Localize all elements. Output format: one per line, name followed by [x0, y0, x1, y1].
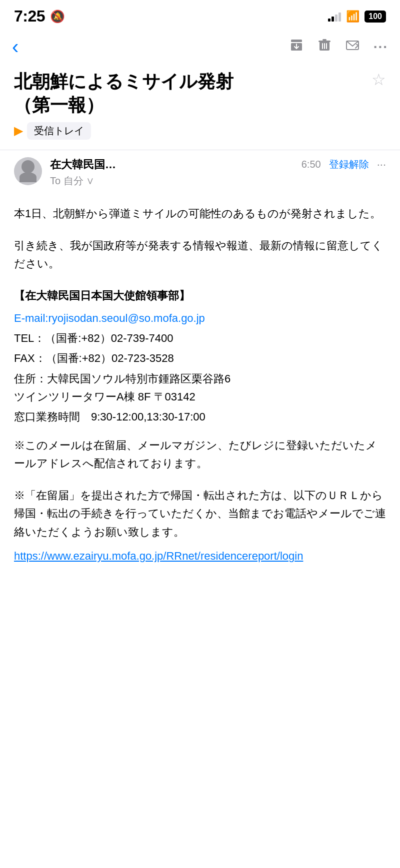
sender-time: 6:50 [302, 159, 321, 170]
toolbar: ‹ [0, 31, 400, 65]
compose-button[interactable] [346, 38, 360, 56]
email-subject-title: 北朝鮮によるミサイル発射 （第一報） [14, 70, 386, 117]
sender-actions: 6:50 登録解除 ··· [302, 158, 386, 171]
unsubscribe-button[interactable]: 登録解除 [329, 158, 369, 171]
inbox-tag: 受信トレイ [27, 122, 91, 140]
status-time: 7:25 [14, 7, 45, 26]
status-icons: 📶 100 [328, 10, 386, 23]
sender-info: 在大韓民国… 6:50 登録解除 ··· To 自分 ∨ [50, 157, 386, 188]
sender-top-row: 在大韓民国… 6:50 登録解除 ··· [50, 157, 386, 172]
svg-rect-4 [318, 41, 330, 42]
to-field[interactable]: To 自分 ∨ [50, 175, 94, 186]
tag-arrow-icon: ▶ [14, 124, 23, 138]
svg-line-11 [356, 45, 358, 45]
back-button[interactable]: ‹ [12, 36, 18, 58]
svg-rect-0 [291, 40, 302, 42]
ezairyu-link[interactable]: https://www.ezairyu.mofa.go.jp/RRnet/res… [14, 550, 303, 562]
status-bar: 7:25 🔕 📶 100 [0, 0, 400, 31]
email-link-line: E-mail:ryojisodan.seoul@so.mofa.go.jp [14, 309, 386, 327]
avatar [14, 157, 42, 185]
archive-button[interactable] [290, 38, 304, 56]
notice-2: ※「在留届」を提出された方で帰国・転出された方は、以下のＵＲＬから帰国・転出の手… [14, 487, 386, 541]
hours-line: 窓口業務時間 9:30-12:00,13:30-17:00 [14, 408, 386, 426]
contact-section: 【在大韓民国日本国大使館領事部】 E-mail:ryojisodan.seoul… [14, 287, 386, 426]
body-paragraph-1: 本1日、北朝鮮から弾道ミサイルの可能性のあるものが発射されました。 [14, 205, 386, 223]
more-button[interactable]: ··· [374, 39, 388, 55]
url-link-line: https://www.ezairyu.mofa.go.jp/RRnet/res… [14, 547, 386, 565]
sender-section: 在大韓民国… 6:50 登録解除 ··· To 自分 ∨ [0, 150, 400, 195]
fax-line: FAX：（国番:+82）02-723-3528 [14, 349, 386, 367]
address-line-1: 住所：大韓民国ソウル特別市鍾路区栗谷路6 [14, 370, 386, 388]
bell-icon: 🔕 [50, 10, 65, 24]
avatar-person-icon [22, 160, 34, 173]
sender-more-button[interactable]: ··· [377, 158, 386, 171]
address-line-2: ツインツリータワーA棟 8F 〒03142 [14, 388, 386, 406]
sender-name: 在大韓民国… [50, 157, 116, 172]
svg-rect-5 [322, 39, 326, 41]
email-subject-container: 北朝鮮によるミサイル発射 （第一報） ▶ 受信トレイ ☆ [0, 65, 400, 150]
body-paragraph-2: 引き続き、我が国政府等が発表する情報や報道、最新の情報に留意してください。 [14, 237, 386, 273]
notice-1: ※このメールは在留届、メールマガジン、たびレジに登録いただいたメールアドレスへ配… [14, 437, 386, 473]
tel-line: TEL：（国番:+82）02-739-7400 [14, 329, 386, 347]
section-header: 【在大韓民国日本国大使館領事部】 [14, 287, 386, 305]
star-button[interactable]: ☆ [372, 70, 386, 89]
subject-text: 北朝鮮によるミサイル発射 （第一報） [14, 71, 234, 115]
subject-tags: ▶ 受信トレイ [14, 122, 386, 140]
email-body: 本1日、北朝鮮から弾道ミサイルの可能性のあるものが発射されました。 引き続き、我… [0, 195, 400, 576]
wifi-icon: 📶 [346, 10, 360, 23]
delete-button[interactable] [318, 38, 332, 56]
signal-icon [328, 12, 341, 22]
avatar-body-icon [20, 172, 36, 182]
battery-icon: 100 [364, 11, 386, 23]
email-address-link[interactable]: E-mail:ryojisodan.seoul@so.mofa.go.jp [14, 312, 205, 324]
